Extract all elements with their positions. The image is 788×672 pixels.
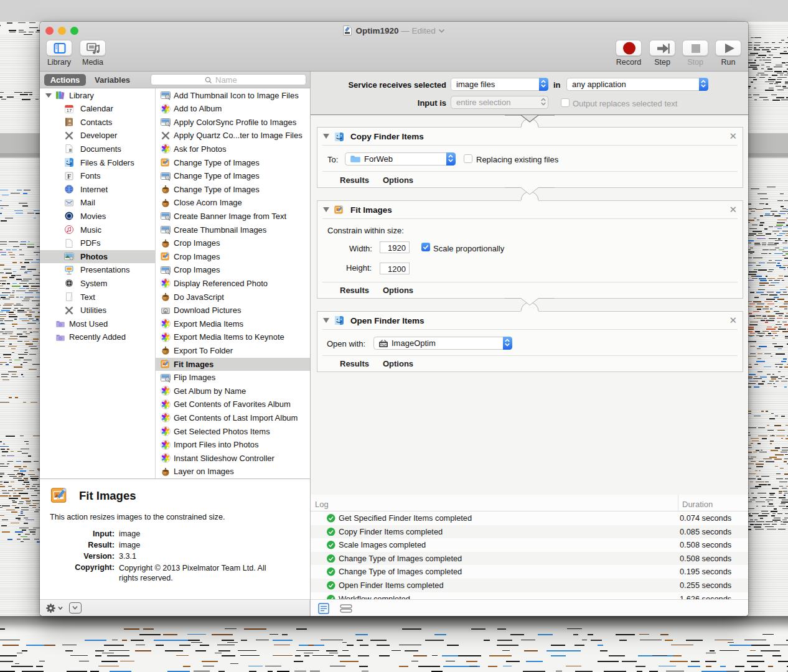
svg-text:17: 17	[67, 107, 72, 113]
svg-text:F: F	[67, 173, 71, 180]
